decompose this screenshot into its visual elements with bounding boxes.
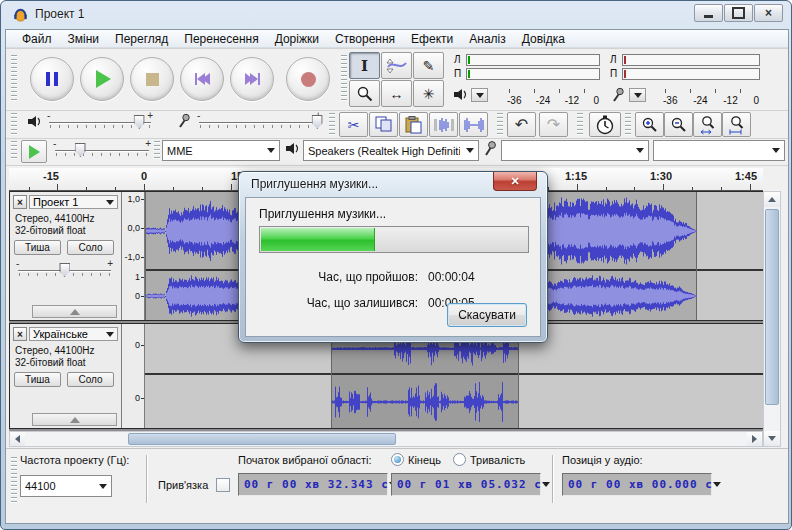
scroll-right-button[interactable] xyxy=(747,432,762,446)
minimize-button[interactable] xyxy=(694,4,723,22)
track-1-name-dropdown[interactable]: Проект 1 xyxy=(29,195,118,209)
selection-end-field[interactable]: 00 г 01 хв 05.032 с xyxy=(391,473,541,496)
menu-item-4[interactable]: Перенесення xyxy=(176,31,266,47)
meter-left-label: Л xyxy=(610,54,617,65)
fit-selection-button[interactable] xyxy=(693,112,722,137)
menu-item-9[interactable]: Довідка xyxy=(514,31,573,47)
transcription-toolbar-grip[interactable] xyxy=(11,141,17,161)
tools-toolbar-grip[interactable] xyxy=(341,55,347,103)
vertical-ruler-tick xyxy=(141,345,144,346)
paste-button[interactable] xyxy=(399,112,428,137)
playback-meter-dropdown[interactable] xyxy=(471,88,488,102)
horizontal-scrollbar[interactable] xyxy=(9,431,763,447)
silence-audio-button[interactable] xyxy=(459,112,488,137)
pause-button[interactable] xyxy=(30,57,74,101)
track-2-format: Стерео, 44100Hz xyxy=(15,345,95,356)
dialog-close-button[interactable]: ✕ xyxy=(493,172,537,191)
envelope-tool-button[interactable] xyxy=(381,52,412,79)
menu-item-5[interactable]: Доріжки xyxy=(267,31,327,47)
track-2-solo-button[interactable]: Соло xyxy=(67,372,114,387)
horizontal-scroll-thumb[interactable] xyxy=(128,433,396,445)
input-device-select[interactable] xyxy=(501,140,649,161)
playback-meter[interactable]: Л П -36-24-120 xyxy=(451,51,603,108)
recording-meter-right-bar xyxy=(622,68,760,80)
play-at-speed-button[interactable] xyxy=(21,140,47,163)
audio-host-select[interactable]: MME xyxy=(162,140,280,161)
track-1-mute-button[interactable]: Тиша xyxy=(14,240,61,255)
edit-toolbar-grip[interactable] xyxy=(329,113,335,135)
draw-tool-button[interactable]: ✎ xyxy=(413,52,444,79)
output-volume-slider[interactable]: -+ xyxy=(47,112,153,134)
zoom-out-button[interactable] xyxy=(664,112,693,137)
multi-tool-button[interactable]: ✳ xyxy=(413,80,444,107)
scroll-down-button[interactable] xyxy=(764,431,780,446)
length-radio[interactable] xyxy=(453,453,466,466)
device-toolbar-grip[interactable] xyxy=(154,141,160,161)
playback-speed-slider[interactable]: -+ xyxy=(53,140,151,162)
meter-scale: -36-24-120 xyxy=(663,95,759,106)
input-volume-slider[interactable]: -+ xyxy=(197,112,321,134)
track-2-close-button[interactable]: × xyxy=(13,327,27,341)
track-2-mute-button[interactable]: Тиша xyxy=(14,372,61,387)
menu-item-1[interactable]: Файл xyxy=(14,31,60,47)
vertical-scrollbar[interactable] xyxy=(763,191,781,447)
end-radio[interactable] xyxy=(391,453,404,466)
track-1-vertical-ruler[interactable]: 1,00,0-1,010 xyxy=(122,192,145,320)
recording-meter[interactable]: Л П -36-24-120 xyxy=(607,51,763,108)
track-1-close-button[interactable]: × xyxy=(13,195,27,209)
recording-meter-dropdown[interactable] xyxy=(629,88,646,102)
fit-project-button[interactable] xyxy=(722,112,751,137)
maximize-button[interactable] xyxy=(724,4,753,22)
selection-tool-button[interactable]: I xyxy=(349,52,380,79)
cut-button[interactable]: ✂ xyxy=(339,112,368,137)
menu-item-7[interactable]: Ефекти xyxy=(403,31,461,47)
undo-button[interactable]: ↶ xyxy=(507,112,536,137)
menu-item-2[interactable]: Зміни xyxy=(60,31,108,47)
silence-icon xyxy=(464,117,484,133)
copy-button[interactable] xyxy=(369,112,398,137)
track-1-solo-button[interactable]: Соло xyxy=(67,240,114,255)
zoom-in-button[interactable] xyxy=(635,112,664,137)
menu-item-6[interactable]: Створення xyxy=(327,31,403,47)
trim-audio-button[interactable] xyxy=(429,112,458,137)
track-2-collapse-button[interactable] xyxy=(32,413,117,426)
skip-start-icon xyxy=(195,73,210,85)
mixer-toolbar-grip[interactable] xyxy=(11,113,17,135)
track-1-collapse-button[interactable] xyxy=(32,305,117,318)
snap-to-checkbox[interactable] xyxy=(216,478,230,492)
timeshift-tool-button[interactable]: ↔ xyxy=(381,80,412,107)
selection-start-field[interactable]: 00 г 00 хв 32.343 с xyxy=(238,473,388,496)
selection-start-value: 00 г 00 хв 32.343 с xyxy=(244,478,389,491)
vertical-scroll-thumb[interactable] xyxy=(765,209,779,405)
audio-position-field[interactable]: 00 г 00 хв 00.000 с xyxy=(562,473,712,496)
record-button[interactable] xyxy=(286,57,330,101)
vertical-ruler-label: 0 xyxy=(135,340,140,350)
close-button[interactable]: × xyxy=(754,4,783,22)
transport-toolbar-grip[interactable] xyxy=(11,55,17,103)
menu-item-8[interactable]: Аналіз xyxy=(461,31,513,47)
cancel-button[interactable]: Скасувати xyxy=(447,303,527,327)
track-1-gain-slider[interactable]: -+ xyxy=(16,260,113,282)
redo-button[interactable]: ↷ xyxy=(539,112,568,137)
titlebar[interactable]: Проект 1 × xyxy=(1,1,791,29)
project-rate-select[interactable]: 44100 xyxy=(20,475,112,497)
timeline-tick xyxy=(115,187,116,190)
scroll-up-button[interactable] xyxy=(764,192,780,207)
stop-button[interactable] xyxy=(130,57,174,101)
skip-to-end-button[interactable] xyxy=(230,57,274,101)
play-button[interactable] xyxy=(80,57,124,101)
scroll-left-button[interactable] xyxy=(10,432,25,446)
timer-record-button[interactable] xyxy=(589,112,621,137)
menu-item-3[interactable]: Перегляд xyxy=(107,31,176,47)
input-channels-select[interactable] xyxy=(653,140,785,161)
track-2-name-dropdown[interactable]: Українське xyxy=(29,327,118,341)
output-device-select[interactable]: Speakers (Realtek High Definiti xyxy=(303,140,479,161)
progress-bar xyxy=(259,226,529,253)
skip-to-start-button[interactable] xyxy=(180,57,224,101)
timeline-tick xyxy=(663,184,664,190)
progress-dialog: Приглушення музики... ✕ Приглушення музи… xyxy=(238,171,548,343)
selection-toolbar-grip[interactable] xyxy=(11,457,17,503)
track-2-vertical-ruler[interactable]: 00 xyxy=(122,324,145,428)
zoom-tool-button[interactable] xyxy=(349,80,380,107)
separator xyxy=(146,455,148,503)
